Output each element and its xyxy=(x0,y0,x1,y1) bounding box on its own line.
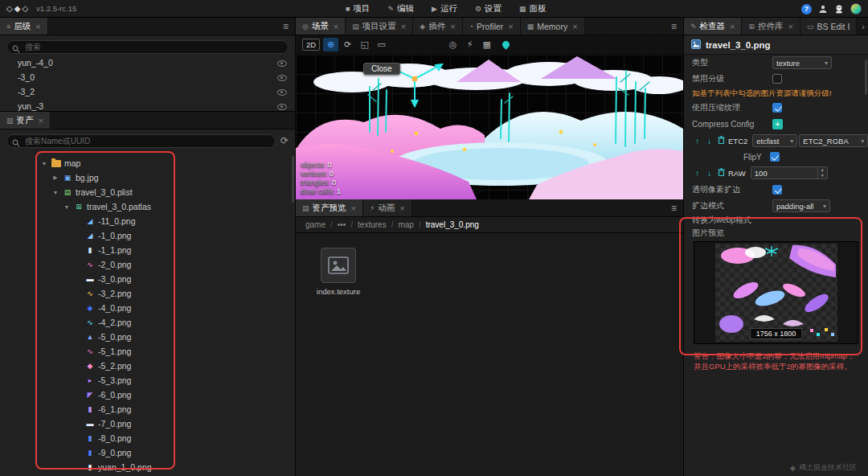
move-down-icon[interactable]: ↓ xyxy=(704,137,714,146)
close-tab-icon[interactable]: × xyxy=(508,22,513,31)
tab-asset-preview[interactable]: ▤资产预览× xyxy=(296,199,363,216)
hierarchy-item[interactable]: yun_-4_0 xyxy=(0,55,295,70)
asset-item[interactable]: ▸-5_3.png xyxy=(0,373,295,388)
add-config-button[interactable]: + xyxy=(772,119,783,129)
tab-hierarchy[interactable]: ≡ 层级 × xyxy=(0,18,48,35)
location-pin-icon[interactable] xyxy=(501,39,511,50)
close-tab-icon[interactable]: × xyxy=(401,22,406,31)
breadcrumb-item[interactable]: ••• xyxy=(338,220,346,229)
hierarchy-search-input[interactable] xyxy=(6,40,289,54)
close-tab-icon[interactable]: × xyxy=(788,22,793,31)
asset-item[interactable]: ▮-8_0.png xyxy=(0,431,295,445)
move-up-icon[interactable]: ↑ xyxy=(692,137,702,146)
asset-item[interactable]: ▶▣bg.jpg xyxy=(0,170,295,185)
move-tool-icon[interactable]: ⊕ xyxy=(323,38,338,51)
focus-tool-icon[interactable]: ◎ xyxy=(445,38,461,51)
quantity-stepper[interactable]: ▴ ▾ xyxy=(817,167,827,178)
breadcrumb-item[interactable]: map xyxy=(398,220,413,229)
breadcrumb-item[interactable]: game xyxy=(305,220,326,229)
close-tab-icon[interactable]: × xyxy=(35,22,40,31)
asset-item[interactable]: ▬-7_0.png xyxy=(0,416,295,431)
asset-item[interactable]: ▮-6_1.png xyxy=(0,402,295,416)
close-tab-icon[interactable]: × xyxy=(399,203,404,213)
hierarchy-item[interactable]: yun_-3 xyxy=(0,99,295,111)
breadcrumb-item[interactable]: textures xyxy=(358,220,387,229)
move-down-icon[interactable]: ↓ xyxy=(704,169,714,178)
etc-type-select[interactable]: ETC2_RGBA▾ xyxy=(799,134,868,147)
asset-item[interactable]: ◆-4_0.png xyxy=(0,301,295,315)
menu-edit[interactable]: ✎编辑 xyxy=(387,3,414,14)
close-tab-icon[interactable]: × xyxy=(351,203,356,213)
help-icon[interactable]: ? xyxy=(801,4,812,14)
chevron-right-icon[interactable]: › xyxy=(857,18,868,35)
delete-icon[interactable] xyxy=(716,168,727,178)
grid-tool-icon[interactable]: ▦ xyxy=(479,38,494,51)
tree-expand-arrow[interactable]: ▶ xyxy=(51,174,59,181)
close-tab-icon[interactable]: × xyxy=(572,22,577,31)
grade-checkbox[interactable] xyxy=(772,74,782,84)
asset-item[interactable]: ▼map xyxy=(0,156,295,170)
asset-item[interactable]: ∿-5_1.png xyxy=(0,344,295,359)
visibility-eye-icon[interactable] xyxy=(277,58,287,68)
alpha-expand-checkbox[interactable] xyxy=(772,185,782,195)
padding-mode-select[interactable]: padding-all▾ xyxy=(772,199,830,212)
tab-assets[interactable]: ▥ 资产 × xyxy=(0,112,51,129)
refresh-icon[interactable]: ⟳ xyxy=(280,136,289,146)
delete-icon[interactable] xyxy=(716,136,727,146)
close-tab-icon[interactable]: × xyxy=(39,116,43,125)
tab-bs-edit[interactable]: ▭BS Edit I xyxy=(800,18,857,35)
community-icon[interactable] xyxy=(834,4,844,14)
tab-project-settings[interactable]: ▤项目设置× xyxy=(346,18,413,35)
hierarchy-item[interactable]: -3_2 xyxy=(0,84,295,99)
tree-expand-arrow[interactable]: ▼ xyxy=(40,161,48,166)
visibility-eye-icon[interactable] xyxy=(277,87,287,96)
move-up-icon[interactable]: ↑ xyxy=(692,169,702,178)
asset-item[interactable]: ▮-1_1.png xyxy=(0,243,295,257)
light-tool-icon[interactable]: ⚡ xyxy=(462,38,477,51)
breadcrumb-item[interactable]: travel_3_0.png xyxy=(426,220,479,229)
tab-widget-library[interactable]: ⊞控件库× xyxy=(742,18,800,35)
scene-viewport[interactable]: 2D ⊕⟳◱▭ ◎⚡▦ Close objects: 0vertices: 0t… xyxy=(296,35,683,199)
asset-item[interactable]: ▲-5_0.png xyxy=(0,330,295,344)
etc-format-select[interactable]: etcfast▾ xyxy=(752,134,797,147)
rect-tool-icon[interactable]: ▭ xyxy=(374,38,389,51)
panel-menu-icon[interactable]: ≡ xyxy=(276,18,295,35)
mode-2d-button[interactable]: 2D xyxy=(302,39,320,51)
asset-item[interactable]: ▼▤travel_3_0.plist xyxy=(0,185,295,199)
type-select[interactable]: texture▾ xyxy=(772,56,832,69)
texture-item[interactable]: index.texture xyxy=(310,248,366,296)
close-tab-icon[interactable]: × xyxy=(450,22,455,31)
tab-animation[interactable]: ⚡动画× xyxy=(363,199,412,216)
tab-plugins[interactable]: ◈插件× xyxy=(413,18,462,35)
tab-memory[interactable]: ▦Memory× xyxy=(521,18,585,35)
hierarchy-item[interactable]: -3_0 xyxy=(0,70,295,84)
asset-item[interactable]: ◆-5_2.png xyxy=(0,359,295,373)
flipy-checkbox[interactable] xyxy=(770,152,780,162)
scrollbar[interactable] xyxy=(865,60,867,95)
asset-item[interactable]: ◤-6_0.png xyxy=(0,388,295,402)
assets-search-input[interactable] xyxy=(6,134,276,148)
tree-expand-arrow[interactable]: ▼ xyxy=(63,204,71,210)
tab-scene[interactable]: ◎场景× xyxy=(296,18,346,35)
close-tab-icon[interactable]: × xyxy=(334,22,338,31)
menu-settings[interactable]: ⚙设置 xyxy=(475,3,502,14)
tab-profiler[interactable]: ◔Profiler× xyxy=(463,18,521,35)
asset-item[interactable]: ◢-11_0.png xyxy=(0,214,295,228)
asset-item[interactable]: ▮-9_0.png xyxy=(0,445,295,460)
asset-item[interactable]: ▮yuan_1_0.png xyxy=(0,460,295,474)
asset-item[interactable]: ∿-2_0.png xyxy=(0,257,295,272)
panel-menu-icon[interactable]: ≡ xyxy=(665,199,683,216)
menu-panel[interactable]: ▦面板 xyxy=(519,3,547,14)
panel-menu-icon[interactable]: ≡ xyxy=(665,18,683,35)
user-icon[interactable] xyxy=(818,4,828,14)
asset-item[interactable]: ∿-4_2.png xyxy=(0,315,295,330)
menu-project[interactable]: ■项目 xyxy=(346,3,370,14)
compress-enable-checkbox[interactable] xyxy=(772,103,782,113)
tree-expand-arrow[interactable]: ▼ xyxy=(51,190,59,195)
avatar[interactable] xyxy=(850,3,862,14)
asset-item[interactable]: ∿-3_2.png xyxy=(0,286,295,301)
asset-item[interactable]: ▬-3_0.png xyxy=(0,272,295,286)
rotate-tool-icon[interactable]: ⟳ xyxy=(340,38,355,51)
menu-run[interactable]: ▶运行 xyxy=(432,3,457,14)
asset-item[interactable]: ◢-1_0.png xyxy=(0,228,295,243)
